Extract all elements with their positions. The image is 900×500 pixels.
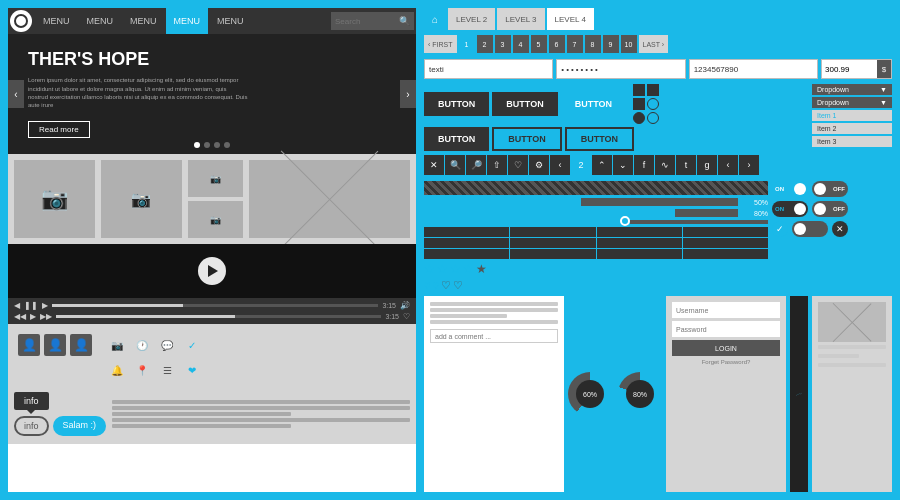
nav-menu-3[interactable]: MENU [122,8,165,34]
play-icon-2[interactable]: ▶ [30,312,36,321]
star-2[interactable]: ★ [437,262,448,276]
breadcrumb-level-3[interactable]: LEVEL 3 [497,8,544,30]
icon-twitter[interactable]: t [676,155,696,175]
page-2[interactable]: 2 [477,35,493,53]
star-4[interactable]: ★ [463,262,474,276]
prev-track-icon[interactable]: ◀ [14,301,20,310]
checkbox-1[interactable] [633,84,645,96]
nav-menu-2[interactable]: MENU [79,8,122,34]
icon-heart[interactable]: ♡ [508,155,528,175]
page-1[interactable]: 1 [459,35,475,53]
icon-settings[interactable]: ⚙ [529,155,549,175]
icon-number[interactable]: 2 [571,155,591,175]
checkbox-2[interactable] [647,84,659,96]
pagination-first[interactable]: ‹ FIRST [424,35,457,53]
button-1-1[interactable]: BUTTON [424,92,489,116]
button-1-2[interactable]: BUTTON [492,92,557,116]
checkbox-x[interactable]: ✕ [832,221,848,237]
icon-google[interactable]: g [697,155,717,175]
icon-arrow-left-2[interactable]: ‹ [718,155,738,175]
toggle-off-2[interactable]: OFF [812,201,848,217]
icon-arrow-down[interactable]: ⌄ [613,155,633,175]
user-icon-3[interactable]: 👤 [70,334,92,356]
page-6[interactable]: 6 [549,35,565,53]
username-input[interactable] [672,302,780,318]
nav-menu-5[interactable]: MENU [209,8,252,34]
dropdown-list-item-2[interactable]: Item 2 [812,123,892,134]
heart-2[interactable]: ♥ [433,279,440,292]
checkbox-check[interactable]: ✓ [772,221,788,237]
password-input[interactable] [556,59,685,79]
icon-facebook[interactable]: f [634,155,654,175]
icon-zoom-in[interactable]: 🔎 [466,155,486,175]
dropdown-list-item-3[interactable]: Item 3 [812,136,892,147]
icon-arrow-right-2[interactable]: › [739,155,759,175]
hero-read-more-button[interactable]: Read more [28,121,90,138]
login-button[interactable]: LOGIN [672,340,780,356]
page-5[interactable]: 5 [531,35,547,53]
progress-bar-1[interactable] [424,198,738,206]
clock-icon[interactable]: 🕐 [131,334,153,356]
number-input[interactable] [689,59,818,79]
radio-2[interactable] [633,112,645,124]
video-progress-1[interactable] [52,304,378,307]
nav-menu-4[interactable]: MENU [166,8,209,34]
icon-arrow-left[interactable]: ‹ [550,155,570,175]
button-1-3[interactable]: BUTTON [561,92,626,116]
page-10[interactable]: 10 [621,35,637,53]
check-icon[interactable]: ✓ [181,334,203,356]
heart-3[interactable]: ♡ [441,279,451,292]
volume-icon[interactable]: 🔊 [400,301,410,310]
dropdown-list-item-1[interactable]: Item 1 [812,110,892,121]
text-input[interactable] [424,59,553,79]
slider[interactable] [424,220,768,224]
checkbox-3[interactable] [633,98,645,110]
star-1[interactable]: ★ [424,262,435,276]
toggle-off-1[interactable]: OFF [812,181,848,197]
chat-icon[interactable]: 💬 [156,334,178,356]
hero-next-arrow[interactable]: › [400,80,416,108]
prev-icon[interactable]: ◀◀ [14,312,26,321]
star-3[interactable]: ★ [450,262,461,276]
toggle-small[interactable] [792,221,828,237]
search-input[interactable] [335,17,395,26]
user-icon-2[interactable]: 👤 [44,334,66,356]
search-icon[interactable]: 🔍 [399,16,410,26]
hero-dot-1[interactable] [194,142,200,148]
icon-share[interactable]: ⇧ [487,155,507,175]
nav-menu-1[interactable]: MENU [35,8,78,34]
breadcrumb-level-2[interactable]: LEVEL 2 [448,8,495,30]
page-4[interactable]: 4 [513,35,529,53]
icon-rss[interactable]: ∿ [655,155,675,175]
next-track-icon[interactable]: ▶ [42,301,48,310]
hero-dot-4[interactable] [224,142,230,148]
home-icon[interactable]: ⌂ [424,8,446,30]
price-input[interactable] [822,60,877,78]
button-2-1[interactable]: BUTTON [424,127,489,151]
heart-icon[interactable]: ❤ [181,359,203,381]
heart-icon-ctrl[interactable]: ♡ [403,312,410,321]
slider-thumb[interactable] [620,216,630,226]
hero-prev-arrow[interactable]: ‹ [8,80,24,108]
radio-1[interactable] [647,98,659,110]
toggle-on-2[interactable]: ON [772,201,808,217]
heart-1[interactable]: ♥ [424,279,431,292]
user-icon-1[interactable]: 👤 [18,334,40,356]
location-icon[interactable]: 📍 [131,359,153,381]
page-7[interactable]: 7 [567,35,583,53]
video-progress-2[interactable] [56,315,381,318]
page-9[interactable]: 9 [603,35,619,53]
nav-logo[interactable] [10,10,32,32]
icon-close[interactable]: ✕ [424,155,444,175]
star-5[interactable]: ★ [476,262,487,276]
password-login-input[interactable] [672,321,780,337]
heart-4[interactable]: ♡ [453,279,463,292]
hero-dot-2[interactable] [204,142,210,148]
forgot-password-link[interactable]: Forget Password? [672,359,780,365]
hero-dot-3[interactable] [214,142,220,148]
icon-search[interactable]: 🔍 [445,155,465,175]
radio-3[interactable] [647,112,659,124]
comment-input[interactable] [430,329,558,343]
page-3[interactable]: 3 [495,35,511,53]
bell-icon[interactable]: 🔔 [106,359,128,381]
